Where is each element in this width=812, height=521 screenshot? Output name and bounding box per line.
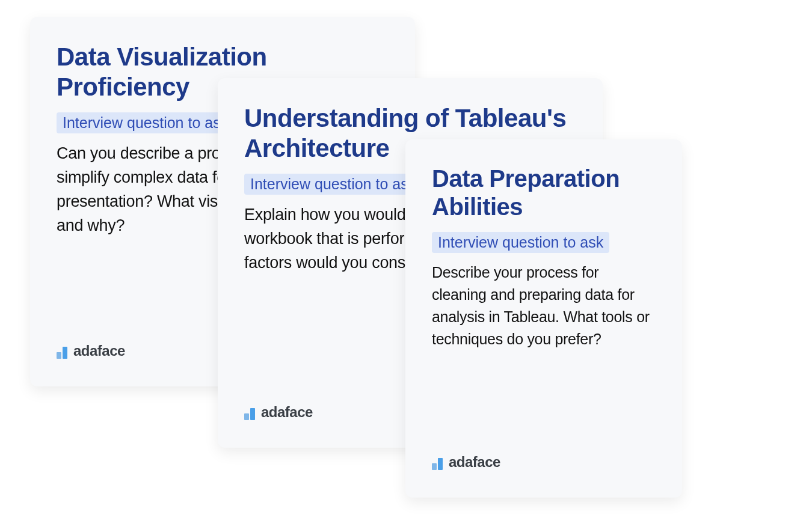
interview-badge: Interview question to ask <box>432 232 609 253</box>
brand-name: adaface <box>449 455 500 470</box>
brand-logo: adaface <box>57 344 125 359</box>
interview-badge: Interview question to ask <box>57 112 234 133</box>
card-body: Describe your process for cleaning and p… <box>432 261 656 350</box>
card-title: Data Preparation Abilities <box>432 165 656 221</box>
brand-name: adaface <box>261 405 313 420</box>
adaface-icon <box>244 407 255 420</box>
adaface-icon <box>57 346 67 359</box>
brand-name: adaface <box>73 344 125 359</box>
interview-card-3: Data Preparation Abilities Interview que… <box>405 139 682 498</box>
brand-logo: adaface <box>244 405 313 420</box>
adaface-icon <box>432 457 443 470</box>
brand-logo: adaface <box>432 455 500 470</box>
interview-badge: Interview question to ask <box>244 174 422 195</box>
